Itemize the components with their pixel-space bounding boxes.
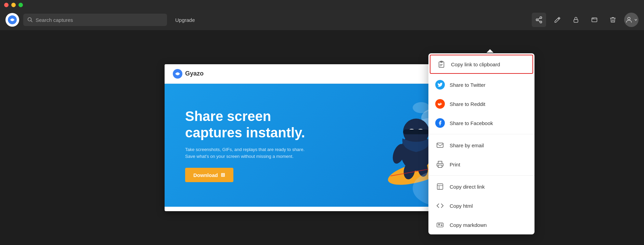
download-button[interactable]: Download ⊞ bbox=[185, 168, 233, 182]
download-label: Download bbox=[193, 172, 218, 178]
share-email-label: Share by email bbox=[450, 142, 484, 148]
main-content: Gyazo LOGIN Share screencaptures instant… bbox=[0, 30, 644, 245]
share-twitter-label: Share to Twitter bbox=[450, 82, 486, 88]
search-icon bbox=[27, 17, 33, 23]
svg-point-6 bbox=[540, 21, 542, 23]
minimize-button[interactable] bbox=[11, 3, 16, 7]
edit-button[interactable] bbox=[550, 13, 565, 27]
copy-markdown-label: Copy markdown bbox=[450, 222, 487, 228]
svg-point-11 bbox=[593, 18, 593, 19]
share-twitter-item[interactable]: Share to Twitter bbox=[428, 75, 534, 94]
share-reddit-item[interactable]: Share to Reddit bbox=[428, 94, 534, 113]
facebook-icon bbox=[435, 118, 445, 128]
svg-point-1 bbox=[11, 19, 14, 21]
share-email-item[interactable]: Share by email bbox=[428, 136, 534, 155]
divider-1 bbox=[428, 134, 534, 134]
divider-2 bbox=[428, 175, 534, 176]
share-dropdown: Copy link to clipboard Share to Twitter … bbox=[428, 53, 534, 234]
close-button[interactable] bbox=[4, 3, 9, 7]
app-logo bbox=[5, 13, 19, 27]
svg-rect-9 bbox=[574, 19, 578, 22]
titlebar bbox=[0, 0, 644, 10]
svg-point-13 bbox=[628, 17, 630, 20]
svg-point-12 bbox=[593, 18, 594, 19]
copy-direct-label: Copy direct link bbox=[450, 184, 485, 190]
svg-line-7 bbox=[538, 20, 540, 22]
gyazo-name: Gyazo bbox=[185, 70, 204, 77]
reddit-icon bbox=[435, 99, 445, 109]
svg-point-5 bbox=[536, 19, 538, 21]
gyazo-logo: Gyazo bbox=[173, 69, 204, 79]
embed-button[interactable] bbox=[587, 13, 602, 27]
hero-desc: Take screenshots, GIFs, and replays that… bbox=[185, 146, 349, 160]
search-placeholder: Search captures bbox=[36, 17, 73, 23]
lock-icon bbox=[572, 16, 579, 23]
share-icon bbox=[535, 16, 543, 24]
svg-line-8 bbox=[538, 18, 540, 19]
share-facebook-item[interactable]: Share to Facebook bbox=[428, 113, 534, 133]
email-icon bbox=[435, 140, 445, 150]
share-reddit-label: Share to Reddit bbox=[450, 101, 485, 107]
copy-markdown-item[interactable]: Copy markdown bbox=[428, 215, 534, 234]
print-icon bbox=[435, 160, 445, 169]
gyazo-logo-icon bbox=[173, 69, 182, 79]
copy-html-label: Copy html bbox=[450, 203, 473, 209]
copy-html-item[interactable]: Copy html bbox=[428, 196, 534, 215]
avatar-button[interactable] bbox=[624, 13, 639, 27]
hero-text: Share screencaptures instantly. Take scr… bbox=[185, 108, 349, 182]
svg-line-3 bbox=[31, 21, 33, 22]
share-button[interactable] bbox=[532, 13, 546, 27]
lock-button[interactable] bbox=[569, 13, 583, 27]
svg-point-15 bbox=[177, 72, 179, 75]
svg-rect-40 bbox=[438, 165, 442, 167]
svg-rect-41 bbox=[437, 184, 443, 190]
delete-icon bbox=[609, 16, 616, 23]
clipboard-icon bbox=[437, 59, 446, 69]
copy-clipboard-label: Copy link to clipboard bbox=[451, 62, 500, 67]
edit-icon bbox=[554, 16, 561, 23]
windows-icon: ⊞ bbox=[221, 172, 225, 178]
upgrade-button[interactable]: Upgrade bbox=[171, 15, 199, 25]
hero-title: Share screencaptures instantly. bbox=[185, 108, 349, 141]
twitter-icon bbox=[435, 80, 445, 90]
delete-button[interactable] bbox=[606, 13, 620, 27]
chevron-down-icon bbox=[634, 18, 637, 22]
markdown-icon bbox=[435, 220, 445, 230]
svg-point-4 bbox=[540, 17, 542, 19]
toolbar: Search captures Upgrade bbox=[0, 10, 644, 30]
share-facebook-label: Share to Facebook bbox=[450, 120, 493, 126]
svg-rect-39 bbox=[437, 143, 443, 148]
embed-icon bbox=[591, 16, 598, 23]
maximize-button[interactable] bbox=[18, 3, 23, 7]
search-bar[interactable]: Search captures bbox=[23, 14, 167, 26]
code-icon bbox=[435, 201, 445, 210]
link-icon bbox=[435, 182, 445, 191]
dropdown-arrow-indicator bbox=[487, 49, 493, 53]
copy-direct-item[interactable]: Copy direct link bbox=[428, 177, 534, 196]
print-item[interactable]: Print bbox=[428, 155, 534, 174]
copy-clipboard-item[interactable]: Copy link to clipboard bbox=[430, 55, 533, 74]
print-label: Print bbox=[450, 162, 460, 167]
avatar-icon bbox=[625, 16, 633, 24]
